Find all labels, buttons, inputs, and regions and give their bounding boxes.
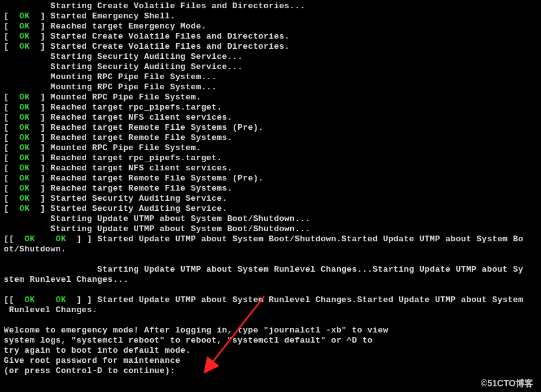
boot-line: [[ OK OK ] ] Started Update UTMP about S… xyxy=(4,295,537,305)
boot-line xyxy=(4,255,537,265)
boot-line: system logs, "systemctl reboot" to reboo… xyxy=(4,336,537,346)
boot-line: [ OK ] Reached target Remote File System… xyxy=(4,174,537,184)
boot-line: Starting Security Auditing Service... xyxy=(4,62,537,72)
boot-line: [[ OK OK ] ] Started Update UTMP about S… xyxy=(4,234,537,244)
boot-line: Welcome to emergency mode! After logging… xyxy=(4,326,537,336)
boot-line: [ OK ] Started Security Auditing Service… xyxy=(4,194,537,204)
boot-line: Starting Security Auditing Service... xyxy=(4,52,537,62)
boot-line: try again to boot into default mode. xyxy=(4,346,537,356)
boot-line: [ OK ] Reached target rpc_pipefs.target. xyxy=(4,153,537,163)
boot-line: [ OK ] Started Create Volatile Files and… xyxy=(4,42,537,52)
boot-line: Starting Create Volatile Files and Direc… xyxy=(4,1,537,11)
boot-line: Mounting RPC Pipe File System... xyxy=(4,72,537,82)
boot-line: Starting Update UTMP about System Runlev… xyxy=(4,265,537,275)
boot-line: [ OK ] Reached target rpc_pipefs.target. xyxy=(4,103,537,113)
boot-line: (or press Control-D to continue): xyxy=(4,366,537,376)
boot-line xyxy=(4,285,537,295)
watermark: ©51CTO博客 xyxy=(481,378,533,388)
boot-line: [ OK ] Started Emergency Shell. xyxy=(4,11,537,22)
boot-line: [ OK ] Started Create Volatile Files and… xyxy=(4,32,537,42)
boot-line: Give root password for maintenance xyxy=(4,356,537,366)
boot-line: [ OK ] Mounted RPC Pipe File System. xyxy=(4,143,537,153)
boot-line: Starting Update UTMP about System Boot/S… xyxy=(4,214,537,224)
terminal-output: Starting Create Volatile Files and Direc… xyxy=(0,0,541,377)
boot-line: Mounting RPC Pipe File System... xyxy=(4,82,537,92)
boot-line: [ OK ] Mounted RPC Pipe File System. xyxy=(4,92,537,103)
boot-line xyxy=(4,315,537,326)
boot-line: [ OK ] Reached target NFS client service… xyxy=(4,113,537,123)
boot-line: Runlevel Changes. xyxy=(4,305,537,315)
boot-line: [ OK ] Reached target Emergency Mode. xyxy=(4,22,537,32)
boot-line: stem Runlevel Changes... xyxy=(4,275,537,285)
boot-line: ot/Shutdown. xyxy=(4,244,537,255)
boot-line: [ OK ] Reached target Remote File System… xyxy=(4,133,537,143)
boot-line: [ OK ] Started Security Auditing Service… xyxy=(4,204,537,214)
boot-line: [ OK ] Reached target NFS client service… xyxy=(4,163,537,174)
boot-line: Starting Update UTMP about System Boot/S… xyxy=(4,224,537,234)
boot-line: [ OK ] Reached target Remote File System… xyxy=(4,123,537,133)
boot-line: [ OK ] Reached target Remote File System… xyxy=(4,184,537,194)
